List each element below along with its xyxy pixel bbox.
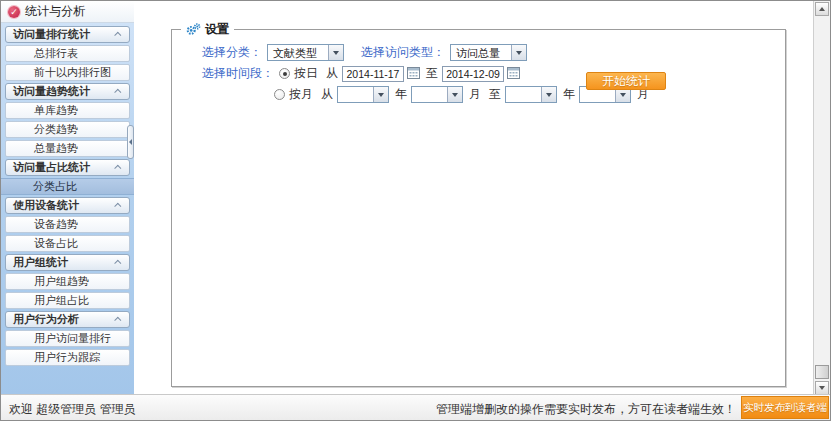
sidebar-item-total-trend[interactable]: 总量趋势: [5, 140, 130, 157]
sidebar-item-user-visit-ranking[interactable]: 用户访问量排行: [5, 330, 130, 347]
sidebar-item-single-db-trend[interactable]: 单库趋势: [5, 102, 130, 119]
from-year-select-value: [338, 87, 373, 102]
group-label: 访问量占比统计: [13, 160, 90, 175]
sidebar-collapse-handle[interactable]: [127, 125, 134, 159]
month-label: 月: [469, 86, 481, 103]
group-label: 访问量排行统计: [13, 27, 90, 42]
from-month-select-value: [412, 87, 447, 102]
period-day-row: 选择时间段： 按日 从 至: [202, 63, 785, 84]
sidebar-item-total-ranking-table[interactable]: 总排行表: [5, 45, 130, 62]
sidebar-item-device-share[interactable]: 设备占比: [5, 235, 130, 252]
dropdown-arrow-icon[interactable]: [373, 87, 388, 102]
by-day-label: 按日: [294, 65, 318, 82]
chevron-up-icon: [114, 260, 121, 267]
group-label: 访问量趋势统计: [13, 84, 90, 99]
calendar-icon[interactable]: [507, 66, 520, 82]
sidebar-item-user-group-share[interactable]: 用户组占比: [5, 292, 130, 309]
chevron-up-icon: [114, 89, 121, 96]
sidebar-title: 统计与分析: [25, 3, 85, 20]
to-year-select[interactable]: [505, 86, 557, 103]
date-from-input[interactable]: [342, 66, 404, 82]
sidebar-header: ✓ 统计与分析: [1, 1, 134, 23]
settings-panel: 设置 选择分类： 文献类型 选择访问类型： 访问总量 选择时间段：: [171, 21, 786, 387]
to-label: 至: [426, 65, 438, 82]
sidebar-group-visit-share-stats[interactable]: 访问量占比统计: [5, 159, 130, 176]
from-month-select[interactable]: [411, 86, 463, 103]
status-bar: 欢迎 超级管理员 管理员 管理端增删改的操作需要实时发布，方可在读者端生效！ 实…: [1, 394, 830, 420]
sidebar-item-user-group-trend[interactable]: 用户组趋势: [5, 273, 130, 290]
visit-type-select[interactable]: 访问总量: [450, 44, 527, 61]
app-window: ✓ 统计与分析 访问量排行统计总排行表前十以内排行图访问量趋势统计单库趋势分类趋…: [0, 0, 831, 421]
settings-form: 选择分类： 文献类型 选择访问类型： 访问总量 选择时间段： 按日 从: [172, 38, 785, 105]
chevron-up-icon: [114, 317, 121, 324]
category-row: 选择分类： 文献类型 选择访问类型： 访问总量: [202, 42, 785, 63]
gear-icon: [186, 23, 201, 36]
by-month-radio[interactable]: [274, 89, 285, 100]
dropdown-arrow-icon[interactable]: [328, 45, 343, 60]
scrollbar-thumb[interactable]: [815, 365, 829, 379]
sidebar-item-user-behavior-tracking[interactable]: 用户行为跟踪: [5, 349, 130, 366]
check-circle-icon: ✓: [8, 6, 20, 18]
dropdown-arrow-icon[interactable]: [541, 87, 556, 102]
sidebar-item-top10-ranking-chart[interactable]: 前十以内排行图: [5, 64, 130, 81]
group-label: 用户行为分析: [13, 312, 79, 327]
category-select[interactable]: 文献类型: [267, 44, 344, 61]
sidebar: ✓ 统计与分析 访问量排行统计总排行表前十以内排行图访问量趋势统计单库趋势分类趋…: [1, 1, 134, 396]
dropdown-arrow-icon[interactable]: [447, 87, 462, 102]
vertical-scrollbar[interactable]: [813, 1, 830, 396]
sidebar-group-visit-ranking-stats[interactable]: 访问量排行统计: [5, 26, 130, 43]
settings-legend: 设置: [181, 21, 234, 38]
sidebar-group-device-stats[interactable]: 使用设备统计: [5, 197, 130, 214]
sidebar-menu: 访问量排行统计总排行表前十以内排行图访问量趋势统计单库趋势分类趋势总量趋势访问量…: [1, 23, 134, 396]
sidebar-group-user-behavior-analysis[interactable]: 用户行为分析: [5, 311, 130, 328]
chevron-up-icon: [114, 165, 121, 172]
calendar-icon[interactable]: [407, 66, 420, 82]
group-label: 用户组统计: [13, 255, 68, 270]
scroll-down-icon[interactable]: [815, 381, 829, 395]
sidebar-item-category-trend[interactable]: 分类趋势: [5, 121, 130, 138]
period-month-row: 按月 从 年 月 至 年: [274, 84, 785, 105]
to-year-select-value: [506, 87, 541, 102]
from-label: 从: [321, 86, 333, 103]
chevron-up-icon: [114, 32, 121, 39]
start-statistics-button[interactable]: 开始统计: [586, 72, 666, 90]
by-month-label: 按月: [289, 86, 313, 103]
publish-notice-text: 管理端增删改的操作需要实时发布，方可在读者端生效！: [436, 401, 736, 418]
from-label: 从: [326, 65, 338, 82]
year-label: 年: [395, 86, 407, 103]
by-day-radio[interactable]: [279, 68, 290, 79]
dropdown-arrow-icon[interactable]: [511, 45, 526, 60]
from-year-select[interactable]: [337, 86, 389, 103]
sidebar-group-user-group-stats[interactable]: 用户组统计: [5, 254, 130, 271]
year-label: 年: [563, 86, 575, 103]
group-label: 使用设备统计: [13, 198, 79, 213]
chevron-up-icon: [114, 203, 121, 210]
collapse-left-icon: [129, 139, 132, 145]
welcome-text: 欢迎 超级管理员 管理员: [9, 401, 136, 418]
date-to-input[interactable]: [442, 66, 504, 82]
publish-button[interactable]: 实时发布到读者端: [741, 396, 829, 419]
category-label: 选择分类：: [202, 44, 262, 61]
sidebar-group-visit-trend-stats[interactable]: 访问量趋势统计: [5, 83, 130, 100]
sidebar-item-category-share[interactable]: 分类占比: [1, 178, 134, 195]
to-label: 至: [489, 86, 501, 103]
visit-type-label: 选择访问类型：: [361, 44, 445, 61]
sidebar-item-device-trend[interactable]: 设备趋势: [5, 216, 130, 233]
visit-type-select-value: 访问总量: [451, 45, 511, 60]
category-select-value: 文献类型: [268, 45, 328, 60]
scroll-up-icon[interactable]: [815, 2, 829, 16]
settings-title: 设置: [205, 21, 229, 38]
period-label: 选择时间段：: [202, 65, 274, 82]
